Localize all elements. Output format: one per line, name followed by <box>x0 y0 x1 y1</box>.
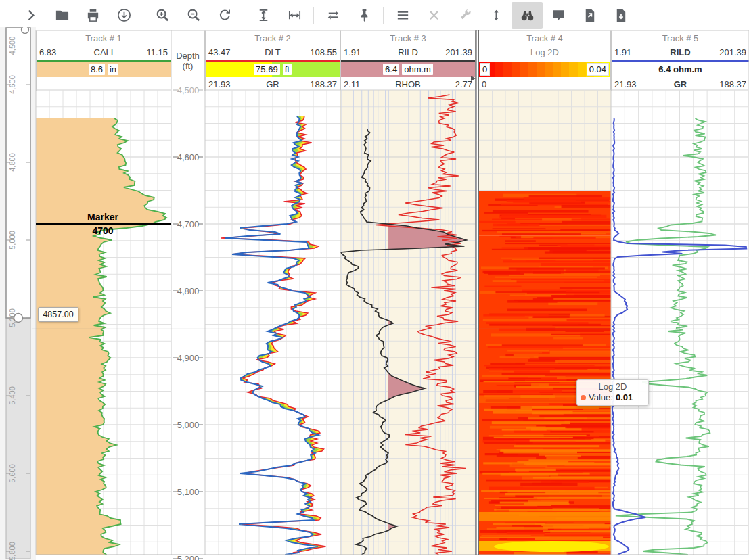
well-log-viewer: { "toolbar": { "buttons": [ {"id":"expan… <box>0 0 749 560</box>
tooltip-value-label: Value: <box>589 392 613 402</box>
depth-readout: 4857.00 <box>38 307 78 322</box>
marker-label: Marker <box>87 212 118 223</box>
log2d-tooltip: Log 2D Value: 0.01 <box>576 379 649 406</box>
tooltip-series-dot <box>581 395 586 400</box>
marker-depth-label: 4700 <box>92 225 113 236</box>
depth-tick-label: 4,500 <box>177 85 200 95</box>
depth-tick-label: 4,700 <box>177 219 200 229</box>
depth-tick-label: 4,800 <box>177 286 200 296</box>
depth-tick-label: 5,100 <box>177 487 200 497</box>
depth-tick-label: 4,900 <box>177 353 200 363</box>
tooltip-value: 0.01 <box>616 392 633 402</box>
tooltip-title: Log 2D <box>581 381 645 392</box>
plot-area[interactable]: 4,5004,6004,7004,8004,9005,0005,1005,200… <box>0 0 749 560</box>
depth-tick-label: 5,000 <box>177 420 200 430</box>
depth-tick-label: 4,600 <box>177 152 200 162</box>
